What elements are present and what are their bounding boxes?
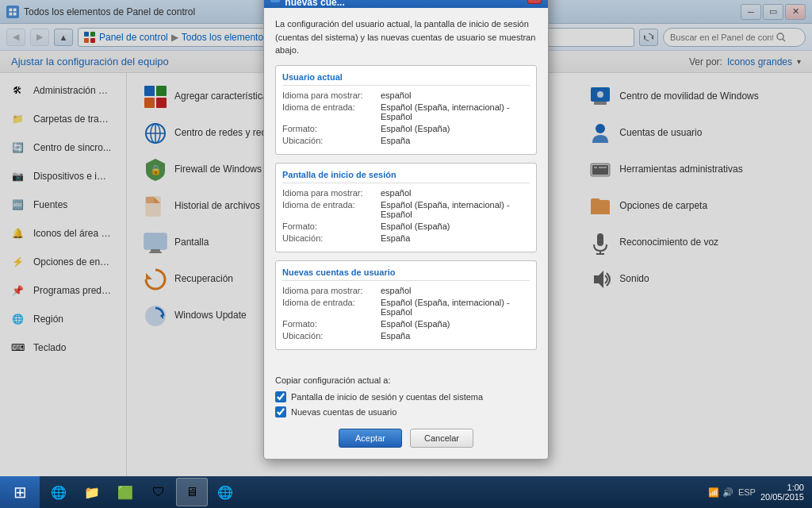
dialog-overlay: Configuración de pantalla de inicio de s… (0, 0, 812, 476)
dialog-row-value-2-2: Español (España) (381, 319, 450, 329)
dialog-row-label-1-2: Formato: (282, 221, 377, 231)
dialog-row-label-1-0: Idioma para mostrar: (282, 188, 377, 198)
dialog-row-1-1: Idioma de entrada: Español (España, inte… (282, 200, 530, 219)
dialog-row-1-2: Formato: Español (España) (282, 221, 530, 231)
dialog-row-2-0: Idioma para mostrar: español (282, 286, 530, 295)
dialog-row-value-1-0: español (381, 188, 412, 198)
dialog-buttons: Aceptar Cancelar (275, 429, 537, 448)
dialog-row-0-0: Idioma para mostrar: español (282, 90, 530, 100)
dialog-row-value-0-0: español (381, 90, 412, 100)
accept-button[interactable]: Aceptar (339, 429, 402, 448)
dialog-row-label-0-0: Idioma para mostrar: (282, 90, 377, 100)
dialog-checkbox-1[interactable] (275, 406, 286, 418)
dialog-close-button[interactable]: ✕ (527, 0, 542, 4)
dialog-section-title-2: Nuevas cuentas de usuario (282, 267, 530, 281)
store-icon: 🟩 (116, 483, 135, 502)
dialog-row-1-0: Idioma para mostrar: español (282, 188, 530, 198)
dialog-checkbox-label-0: Pantalla de inicio de sesión y cuentas d… (291, 392, 483, 402)
clock-time: 1:00 (760, 483, 804, 492)
screen-icon: 🖥 (182, 483, 201, 502)
dialog-row-label-0-1: Idioma de entrada: (282, 102, 377, 121)
dialog-section-title-1: Pantalla de inicio de sesión (282, 170, 530, 183)
dialog-row-value-2-1: Español (España, internacional) - Españo… (381, 298, 530, 317)
dialog-row-label-2-0: Idioma para mostrar: (282, 286, 377, 295)
cancel-button[interactable]: Cancelar (410, 429, 473, 448)
dialog-row-label-0-3: Ubicación: (282, 136, 377, 145)
dialog-title-left: Configuración de pantalla de inicio de s… (270, 0, 527, 8)
dialog-row-0-3: Ubicación: España (282, 136, 530, 145)
dialog-row-value-2-3: España (381, 331, 410, 341)
tray-network-icon: 📶 (708, 487, 719, 498)
dialog-row-value-0-1: Español (España, internacional) - Españo… (381, 102, 530, 121)
taskbar-item-browser-icon2[interactable]: 🌐 (209, 478, 241, 506)
dialog-row-2-2: Formato: Español (España) (282, 319, 530, 329)
taskbar-item-store-icon[interactable]: 🟩 (109, 478, 141, 506)
taskbar-right: 📶 🔊 ESP 1:00 20/05/2015 (700, 483, 812, 502)
dialog-section-0: Usuario actual Idioma para mostrar: espa… (275, 65, 537, 155)
dialog-checkbox-row-1: Nuevas cuentas de usuario (275, 406, 537, 418)
dialog-row-0-1: Idioma de entrada: Español (España, inte… (282, 102, 530, 121)
dialog-row-value-0-2: Español (España) (381, 124, 450, 133)
dialog-description: La configuración del usuario actual, la … (275, 17, 537, 57)
dialog-row-label-0-2: Formato: (282, 124, 377, 133)
dialog-copy-label: Copiar configuración actual a: (275, 375, 537, 385)
dialog-title-text: Configuración de pantalla de inicio de s… (285, 0, 527, 8)
explorer-icon: 📁 (82, 483, 102, 502)
dialog-icon (270, 0, 280, 2)
dialog-footer: Copiar configuración actual a: Pantalla … (264, 368, 548, 459)
dialog-row-2-3: Ubicación: España (282, 331, 530, 341)
taskbar-time: 1:00 20/05/2015 (760, 483, 804, 502)
dialog-row-label-1-3: Ubicación: (282, 233, 377, 243)
dialog-row-value-1-3: España (381, 233, 410, 243)
taskbar-item-explorer-icon[interactable]: 📁 (76, 478, 108, 506)
dialog-row-label-2-2: Formato: (282, 319, 377, 329)
dialog-body: La configuración del usuario actual, la … (264, 8, 548, 368)
dialog-checkbox-row-0: Pantalla de inicio de sesión y cuentas d… (275, 391, 537, 402)
start-button[interactable]: ⊞ (0, 476, 40, 508)
dialog-section-1: Pantalla de inicio de sesión Idioma para… (275, 163, 537, 252)
taskbar-item-ie-icon[interactable]: 🌐 (43, 478, 75, 506)
taskbar-items: 🌐📁🟩🛡🖥🌐 (40, 478, 700, 506)
ie-icon: 🌐 (49, 483, 68, 502)
taskbar-item-antivirus-icon[interactable]: 🛡 (143, 478, 174, 506)
dialog-row-1-3: Ubicación: España (282, 233, 530, 243)
system-tray-icons: 📶 🔊 (708, 487, 733, 498)
taskbar-lang: ESP (738, 487, 756, 497)
dialog-row-0-2: Formato: Español (España) (282, 124, 530, 133)
dialog-row-label-2-1: Idioma de entrada: (282, 298, 377, 317)
dialog-row-value-0-3: España (381, 136, 410, 145)
clock-date: 20/05/2015 (760, 492, 804, 502)
dialog-row-value-2-0: español (381, 286, 412, 295)
dialog-checkbox-0[interactable] (275, 391, 286, 402)
dialog-section-title-0: Usuario actual (282, 72, 530, 86)
dialog: Configuración de pantalla de inicio de s… (263, 0, 549, 460)
dialog-row-label-2-3: Ubicación: (282, 331, 377, 341)
dialog-row-value-1-2: Español (España) (381, 221, 450, 231)
tray-sound-icon: 🔊 (722, 487, 733, 498)
start-icon: ⊞ (13, 483, 27, 502)
browser-icon2: 🌐 (216, 483, 235, 502)
dialog-row-value-1-1: Español (España, internacional) - Españo… (381, 200, 530, 219)
dialog-row-label-1-1: Idioma de entrada: (282, 200, 377, 219)
dialog-row-2-1: Idioma de entrada: Español (España, inte… (282, 298, 530, 317)
dialog-title-bar: Configuración de pantalla de inicio de s… (264, 0, 548, 8)
dialog-checkbox-label-1: Nuevas cuentas de usuario (291, 407, 396, 417)
taskbar: ⊞ 🌐📁🟩🛡🖥🌐 📶 🔊 ESP 1:00 20/05/2015 (0, 476, 812, 508)
dialog-section-2: Nuevas cuentas de usuario Idioma para mo… (275, 260, 537, 350)
taskbar-item-screen-icon[interactable]: 🖥 (176, 478, 208, 506)
antivirus-icon: 🛡 (149, 483, 168, 502)
